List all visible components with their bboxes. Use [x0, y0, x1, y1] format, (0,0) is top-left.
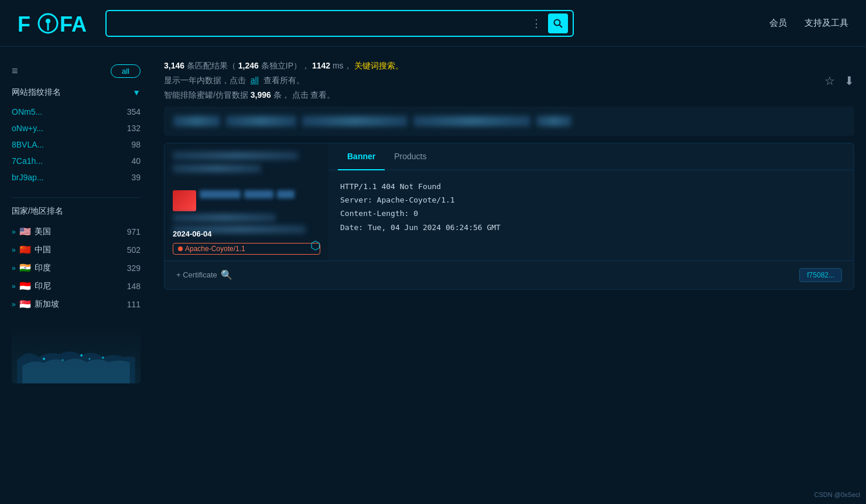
result-date: 2024-06-04	[173, 229, 320, 238]
blurred-block	[226, 116, 296, 126]
flag-cn: 🇨🇳	[19, 244, 31, 255]
flag-in: 🇮🇳	[19, 262, 31, 273]
svg-point-2	[46, 19, 50, 23]
list-item[interactable]: » 🇺🇸 美国 971	[12, 222, 141, 241]
sub-line2-prefix: 智能排除蜜罐/仿冒数据	[164, 90, 248, 100]
result-tag[interactable]: Apache-Coyote/1.1	[173, 243, 320, 255]
unique-ip: 1,246	[238, 61, 259, 70]
list-item[interactable]: » 🇮🇳 印度 329	[12, 259, 141, 277]
svg-point-7	[43, 358, 45, 360]
list-item[interactable]: » 🇸🇬 新加坡 111	[12, 295, 141, 313]
sub-line1-prefix: 显示一年内数据，点击	[164, 76, 246, 85]
blur-row	[173, 152, 298, 160]
banner-line: Server: Apache-Coyote/1.1	[340, 193, 842, 207]
blurred-result-card	[164, 107, 854, 136]
map-placeholder	[12, 325, 141, 383]
section-divider	[12, 197, 141, 198]
chevron-right-icon: »	[12, 300, 16, 308]
search-options-button[interactable]: ⋮	[531, 17, 542, 30]
fingerprint-count: 39	[131, 173, 141, 182]
tag-dot	[178, 246, 183, 251]
tab-products[interactable]: Products	[385, 143, 436, 170]
country-name: 印尼	[35, 281, 124, 292]
svg-point-10	[62, 359, 64, 361]
list-item[interactable]: brJ9ap... 39	[12, 169, 141, 186]
keyword-search-label[interactable]: 关键词搜索。	[354, 61, 403, 70]
blurred-block	[413, 116, 530, 126]
certificate-icon: 🔍	[221, 269, 232, 280]
country-name: 中国	[35, 245, 124, 255]
list-item[interactable]: ONm5... 354	[12, 104, 141, 120]
banner-line: HTTP/1.1 404 Not Found	[340, 180, 842, 193]
fingerprint-section-title: 网站指纹排名 ▼	[12, 87, 141, 98]
blurred-block	[173, 116, 220, 126]
screenshot-blue-block	[200, 190, 241, 198]
fingerprint-label: oNw+y...	[12, 124, 43, 133]
country-name: 印度	[35, 263, 124, 273]
country-count: 502	[127, 245, 141, 255]
results-area: 3,146 条匹配结果（ 1,246 条独立IP）， 1142 ms， 关键词搜…	[152, 59, 866, 389]
country-list: » 🇺🇸 美国 971 » 🇨🇳 中国 502 » 🇮🇳 印度 329 » 🇮🇩	[12, 222, 141, 313]
fingerprint-count: 132	[127, 124, 141, 133]
funnel-icon: ▼	[132, 88, 141, 97]
header: F FA app="Apache_OFBiz" ⋮ 会员 支持及工具	[0, 0, 866, 47]
detail-tabs: Banner Products	[328, 143, 854, 170]
sidebar-filter-header: ≡ all	[12, 64, 141, 78]
search-bar-container: app="Apache_OFBiz" ⋮	[105, 10, 574, 37]
search-button[interactable]	[548, 13, 568, 33]
banner-line: Date: Tue, 04 Jun 2024 06:24:56 GMT	[340, 221, 842, 234]
fingerprint-list: ONm5... 354 oNw+y... 132 8BVLA... 98 7Ca…	[12, 104, 141, 186]
list-item[interactable]: » 🇮🇩 印尼 148	[12, 277, 141, 295]
flag-us: 🇺🇸	[19, 226, 31, 237]
response-ms: 1142	[312, 61, 330, 70]
sub-line1-end: 查看所有。	[263, 76, 304, 85]
result-detail-panel: Banner Products HTTP/1.1 404 Not Found S…	[328, 143, 854, 260]
results-header: 3,146 条匹配结果（ 1,246 条独立IP）， 1142 ms， 关键词搜…	[164, 59, 854, 103]
result-card-inner: 2024-06-04 Apache-Coyote/1.1 ⬡ Banner Pr…	[165, 143, 854, 260]
total-results: 3,146	[164, 61, 184, 70]
fingerprint-count: 98	[131, 140, 141, 149]
fingerprint-count: 40	[131, 156, 141, 166]
nav-member[interactable]: 会员	[769, 18, 787, 29]
country-name: 美国	[35, 227, 124, 237]
ms-label: ms，	[333, 61, 352, 70]
results-stats: 3,146 条匹配结果（ 1,246 条独立IP）， 1142 ms， 关键词搜…	[164, 59, 403, 103]
blur-row	[173, 214, 276, 222]
honeypot-count: 3,996	[251, 90, 271, 100]
sidebar: ≡ all 网站指纹排名 ▼ ONm5... 354 oNw+y... 132 …	[0, 59, 152, 389]
chevron-right-icon: »	[12, 246, 16, 254]
list-item[interactable]: » 🇨🇳 中国 502	[12, 241, 141, 259]
tab-banner[interactable]: Banner	[338, 143, 385, 170]
certificate-button[interactable]: + Certificate 🔍	[176, 269, 232, 280]
svg-text:F: F	[18, 12, 30, 36]
list-item[interactable]: oNw+y... 132	[12, 120, 141, 136]
filter-icon[interactable]: ≡	[12, 65, 18, 77]
result-icon-area: ⬡	[310, 238, 320, 252]
download-button[interactable]: ⬇	[844, 74, 854, 88]
chevron-right-icon: »	[12, 228, 16, 236]
main-content: ≡ all 网站指纹排名 ▼ ONm5... 354 oNw+y... 132 …	[0, 47, 866, 401]
logo-svg: F FA	[18, 11, 88, 36]
star-button[interactable]: ☆	[824, 74, 835, 88]
svg-point-8	[80, 354, 83, 356]
blurred-block	[302, 116, 408, 126]
blurred-block	[536, 116, 571, 126]
list-item[interactable]: 8BVLA... 98	[12, 136, 141, 153]
svg-point-11	[89, 358, 91, 360]
results-label: 条匹配结果（	[187, 61, 236, 70]
fingerprint-label: ONm5...	[12, 107, 42, 116]
search-input[interactable]: app="Apache_OFBiz"	[105, 10, 574, 37]
list-item[interactable]: 7Ca1h... 40	[12, 153, 141, 169]
fingerprint-label: brJ9ap...	[12, 173, 43, 182]
svg-point-5	[554, 19, 560, 25]
screenshot-blue-blocks	[200, 190, 295, 198]
fingerprint-label: 7Ca1h...	[12, 156, 43, 166]
all-link[interactable]: all	[251, 76, 259, 85]
fingerprint-badge[interactable]: f75082...	[799, 268, 842, 282]
filter-all-button[interactable]: all	[111, 64, 141, 78]
fingerprint-count: 354	[127, 107, 141, 116]
nav-support-tools[interactable]: 支持及工具	[805, 18, 848, 29]
fingerprint-label: 8BVLA...	[12, 140, 44, 149]
country-section-title: 国家/地区排名	[12, 206, 141, 217]
screenshot-red-block	[173, 190, 196, 211]
